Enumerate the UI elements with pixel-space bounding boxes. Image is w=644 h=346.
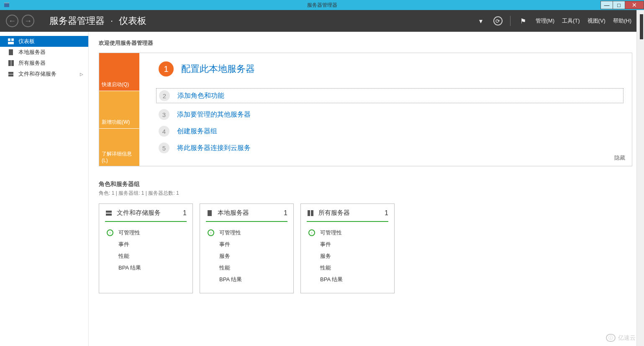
tile-head[interactable]: 文件和存储服务 1 <box>105 209 187 217</box>
tile-head[interactable]: 本地服务器 1 <box>206 209 287 217</box>
step-4[interactable]: 4 创建服务器组 <box>159 126 623 137</box>
tile-separator <box>105 221 187 222</box>
tile-row-performance[interactable]: 性能 <box>307 262 388 274</box>
tile-separator <box>307 221 388 222</box>
sidebar-item-local-server[interactable]: 本地服务器 <box>0 47 88 58</box>
tile-row-manageability[interactable]: ↑可管理性 <box>105 227 187 239</box>
tile-all-servers: 所有服务器 1 ↑可管理性 事件 服务 性能 BPA 结果 <box>300 204 395 293</box>
svg-rect-8 <box>8 72 13 74</box>
menu-view[interactable]: 视图(V) <box>588 17 606 25</box>
window-title: 服务器管理器 <box>307 2 337 9</box>
server-icon <box>206 209 213 217</box>
svg-rect-12 <box>208 210 212 216</box>
menu-manage[interactable]: 管理(M) <box>536 17 555 25</box>
tile-head[interactable]: 所有服务器 1 <box>307 209 388 217</box>
menu-tools[interactable]: 工具(T) <box>562 17 580 25</box>
welcome-header: 欢迎使用服务器管理器 <box>99 39 632 47</box>
tile-row-label: 性能 <box>320 264 331 272</box>
minimize-button[interactable]: — <box>600 1 613 9</box>
tile-local-server: 本地服务器 1 ↑可管理性 事件 服务 性能 BPA 结果 <box>200 204 294 293</box>
tile-row-bpa[interactable]: BPA 结果 <box>307 274 388 285</box>
tile-row-label: BPA 结果 <box>320 276 343 283</box>
sidebar-label: 仪表板 <box>18 38 35 45</box>
step-link: 创建服务器组 <box>177 127 217 136</box>
step-3[interactable]: 3 添加要管理的其他服务器 <box>159 109 623 120</box>
breadcrumb-sep: · <box>110 15 113 26</box>
server-icon <box>8 49 14 56</box>
tile-row-events[interactable]: 事件 <box>105 239 187 250</box>
tile-row-manageability[interactable]: ↑可管理性 <box>307 227 388 239</box>
header-right: ▾ ⟳ ⚑ 管理(M) 工具(T) 视图(V) 帮助(H) <box>476 16 644 26</box>
tab-whats-new[interactable]: 新增功能(W) <box>99 91 139 128</box>
scrollbar-thumb[interactable] <box>640 14 643 39</box>
step-link: 添加角色和功能 <box>177 92 224 100</box>
tile-row-events[interactable]: 事件 <box>206 239 287 250</box>
dropdown-icon[interactable]: ▾ <box>476 16 486 26</box>
tile-row-services[interactable]: 服务 <box>307 250 388 262</box>
tile-title: 所有服务器 <box>318 209 350 217</box>
tile-count: 1 <box>183 209 187 217</box>
status-ok-icon: ↑ <box>308 229 315 236</box>
menu-help[interactable]: 帮助(H) <box>613 17 631 25</box>
step-2[interactable]: 2 添加角色和功能 <box>156 88 623 103</box>
welcome-tabs: 快速启动(Q) 新增功能(W) 了解详细信息(L) <box>99 53 139 166</box>
tab-learn-more[interactable]: 了解详细信息(L) <box>99 128 139 166</box>
tile-row-bpa[interactable]: BPA 结果 <box>105 262 187 274</box>
tile-row-label: 服务 <box>219 252 230 260</box>
watermark-text: 亿速云 <box>618 334 636 342</box>
roles-title: 角色和服务器组 <box>99 181 632 188</box>
maximize-button[interactable]: □ <box>613 1 625 9</box>
servers-icon <box>8 60 14 66</box>
sidebar: 仪表板 本地服务器 所有服务器 文件和存储服务 ▷ <box>0 32 89 346</box>
tile-row-label: BPA 结果 <box>219 276 242 283</box>
app-icon <box>3 1 11 9</box>
tile-row-performance[interactable]: 性能 <box>105 250 187 262</box>
step-number: 5 <box>159 142 169 153</box>
window-controls: — □ ✕ <box>601 1 644 9</box>
svg-rect-11 <box>106 214 112 216</box>
svg-rect-3 <box>11 38 14 41</box>
sidebar-item-all-servers[interactable]: 所有服务器 <box>0 58 88 69</box>
tab-label: 快速启动(Q) <box>102 81 129 88</box>
svg-rect-0 <box>4 3 9 7</box>
tile-row-label: 性能 <box>118 252 129 260</box>
nav-forward-button[interactable]: → <box>22 15 34 27</box>
chevron-right-icon: ▷ <box>80 72 83 76</box>
hide-link[interactable]: 隐藏 <box>614 154 625 162</box>
step-link: 配置此本地服务器 <box>181 63 255 75</box>
refresh-icon[interactable]: ⟳ <box>493 16 503 25</box>
tile-row-services[interactable]: 服务 <box>206 250 287 262</box>
tile-row-label: 事件 <box>320 241 331 248</box>
close-button[interactable]: ✕ <box>625 1 644 9</box>
sidebar-item-dashboard[interactable]: 仪表板 <box>0 36 88 47</box>
svg-rect-6 <box>8 60 11 66</box>
roles-sub: 角色: 1 | 服务器组: 1 | 服务器总数: 1 <box>99 190 632 197</box>
tile-row-manageability[interactable]: ↑可管理性 <box>206 227 287 239</box>
status-ok-icon: ↑ <box>208 229 214 236</box>
nav-back-button[interactable]: ← <box>6 15 18 27</box>
tile-row-label: 可管理性 <box>320 229 342 237</box>
tile-row-events[interactable]: 事件 <box>307 239 388 250</box>
scrollbar[interactable] <box>636 10 644 346</box>
welcome-panel: 快速启动(Q) 新增功能(W) 了解详细信息(L) 1 配置此本地服务器 2 添… <box>99 53 632 166</box>
tab-label: 了解详细信息(L) <box>102 150 137 163</box>
tile-row-performance[interactable]: 性能 <box>206 262 287 274</box>
separator <box>510 16 511 26</box>
sidebar-item-file-storage[interactable]: 文件和存储服务 ▷ <box>0 69 88 79</box>
tile-row-label: 事件 <box>118 241 129 248</box>
breadcrumb-page: 仪表板 <box>119 15 146 27</box>
tile-row-label: 性能 <box>219 264 230 272</box>
tile-row-label: 可管理性 <box>219 229 241 237</box>
tile-count: 1 <box>284 209 287 217</box>
tile-row-bpa[interactable]: BPA 结果 <box>206 274 287 285</box>
svg-rect-14 <box>311 210 313 216</box>
tile-count: 1 <box>385 209 388 217</box>
svg-rect-4 <box>8 42 14 44</box>
watermark-logo-icon: ⓘ <box>606 334 616 342</box>
sidebar-label: 文件和存储服务 <box>18 70 56 78</box>
step-1[interactable]: 1 配置此本地服务器 <box>159 61 623 76</box>
tile-title: 文件和存储服务 <box>117 209 161 217</box>
flag-icon[interactable]: ⚑ <box>518 16 528 26</box>
step-5[interactable]: 5 将此服务器连接到云服务 <box>159 142 623 153</box>
tab-quick-start[interactable]: 快速启动(Q) <box>99 53 139 91</box>
